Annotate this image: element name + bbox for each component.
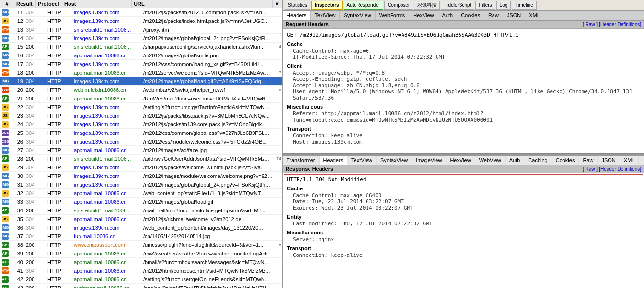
table-row[interactable]: IMG 16 304 HTTP appmail.mail.10086.cn /m… (0, 51, 282, 60)
table-row[interactable]: API 40 200 HTTP appmail.mail.10086.cn /b… (0, 258, 282, 266)
row-host: appmail.mail.10086.cn (73, 96, 142, 101)
table-row[interactable]: IMG 14 304 HTTP images.139cm.com /m2012/… (0, 34, 282, 43)
table-row[interactable]: API 28 200 HTTP smsrebuild1.mail.1008...… (0, 155, 282, 163)
row-url: /m2012/css/common/loading_xs.gif?v=B45IX… (142, 61, 274, 67)
row-host: images.139cm.com (73, 173, 142, 179)
response-tab-hexview[interactable]: HexView (446, 156, 475, 165)
table-row[interactable]: API 34 200 HTTP smsrebuild1.mail.1008...… (0, 206, 282, 215)
col-header-protocol[interactable]: Protocol (36, 0, 62, 8)
table-row[interactable]: HTM 13 304 HTTP smsrebuild1.mail.1008...… (0, 25, 282, 34)
row-result: 200 (25, 285, 46, 288)
table-row[interactable]: API 42 200 HTTP appmail.mail.10086.cn /s… (0, 275, 282, 284)
request-hd-link[interactable]: [Header Definitions] (599, 22, 641, 27)
inspector-tab-cookies[interactable]: Cookies (457, 11, 484, 20)
table-row[interactable]: IMG 27 304 HTTP appmail.mail.10086.cn /m… (0, 146, 282, 155)
response-tab-raw[interactable]: Raw (579, 156, 598, 165)
row-result: 200 (25, 251, 46, 256)
log-button[interactable]: Log (496, 1, 511, 10)
col-header-host[interactable]: Host (62, 0, 132, 8)
col-header-url[interactable]: URL (132, 0, 273, 8)
col-header-result[interactable]: Result (14, 0, 36, 8)
table-row[interactable]: API 39 200 HTTP appmail.mail.10086.cn /m… (0, 249, 282, 258)
response-subtab-json[interactable]: JSON (598, 156, 620, 165)
inspector-tab-json[interactable]: JSON (503, 11, 525, 20)
row-result: 304 (25, 147, 46, 153)
response-tab-imageview[interactable]: ImageView (412, 156, 446, 165)
type-icon: IMG (2, 224, 9, 231)
table-row[interactable]: JS 22 304 HTTP images.139cm.com /setting… (0, 103, 282, 111)
response-tab-headers[interactable]: Headers (320, 156, 348, 165)
table-row[interactable]: API 15 200 HTTP smsrebuild1.mail.1008...… (0, 43, 282, 51)
row-protocol: HTTP (46, 251, 73, 256)
table-row[interactable]: API 43 200 HTTP pushmsg.mail.10086.cn /p… (0, 284, 282, 288)
table-row[interactable]: JS 24 304 HTTP images.139cm.com /m2012/j… (0, 120, 282, 129)
table-row[interactable]: CSS 25 304 HTTP images.139cm.com /m2012/… (0, 129, 282, 137)
table-row[interactable]: JS 23 304 HTTP images.139cm.com /m2012/j… (0, 111, 282, 120)
row-protocol: HTTP (46, 199, 73, 205)
row-url: /m2012/js/packs/libs.pack.js?v=3MEbMh8CL… (142, 113, 274, 119)
table-row[interactable]: API 21 200 HTTP appmail.mail.10086.cn /R… (0, 94, 282, 103)
table-row[interactable]: IMG 31 304 HTTP images.139cm.com /m2012/… (0, 180, 282, 189)
table-row[interactable]: IMG 17 304 HTTP images.139cm.com /m2012/… (0, 60, 282, 68)
row-result: 200 (25, 96, 46, 101)
row-url: /m2012/js/packs/welcome_v3.html.pack.js?… (142, 165, 274, 170)
statistics-button[interactable]: Statistics (285, 1, 310, 10)
chinese-button[interactable]: 彩讯科技 (414, 1, 440, 10)
row-result: 200 (25, 44, 46, 50)
row-result: 200 (25, 156, 46, 162)
table-row[interactable]: HTM 18 200 HTTP appmail.mail.10086.cn /m… (0, 68, 282, 77)
response-tab-syntaxview[interactable]: SyntaxView (377, 156, 412, 165)
table-row[interactable]: HTM 41 304 HTTP appmail.mail.10086.cn /m… (0, 266, 282, 275)
row-icon-cell: API (0, 285, 11, 288)
row-protocol: HTTP (46, 53, 73, 58)
table-row[interactable]: IMG 30 304 HTTP images.139cm.com /m2012/… (0, 172, 282, 180)
table-row[interactable]: IMG 36 304 HTTP images.139cm.com /web_co… (0, 223, 282, 232)
response-tab-textview[interactable]: TextView (347, 156, 377, 165)
table-row[interactable]: CSS 26 304 HTTP images.139cm.com /m2012/… (0, 137, 282, 146)
inspector-tab-xml[interactable]: XML (525, 11, 544, 20)
inspector-tab-hexview[interactable]: HexView (409, 11, 438, 20)
col-header-num[interactable]: # (0, 0, 14, 8)
timeline-button[interactable]: Timeline (512, 1, 536, 10)
session-list[interactable]: IMG 11 304 HTTP images.139cm.com /m2012/… (0, 8, 282, 288)
response-tab-auth[interactable]: Auth (506, 156, 525, 165)
inspector-tab-raw[interactable]: Raw (484, 11, 503, 20)
response-tab-cookies[interactable]: Cookies (552, 156, 579, 165)
response-tab-caching[interactable]: Caching (524, 156, 552, 165)
response-raw-link[interactable]: [ Raw ] (583, 166, 598, 172)
response-subtab-xml[interactable]: XML (620, 156, 639, 165)
fiddlerscript-button[interactable]: FiddlerScript (441, 1, 474, 10)
table-row[interactable]: IMG 11 304 HTTP images.139cm.com /m2012/… (0, 8, 282, 17)
table-row[interactable]: IMG 33 304 HTTP appmail.mail.10086.cn /m… (0, 198, 282, 206)
autoresponder-button[interactable]: AutoResponder (344, 1, 384, 10)
table-row[interactable]: JS 29 304 HTTP images.139cm.com /m2012/j… (0, 163, 282, 172)
row-host: appmail.mail.10086.cn (73, 251, 142, 256)
table-row[interactable]: IMG 37 304 HTTP fun.mail.10086.cn /cn/14… (0, 232, 282, 241)
response-tab-transformer[interactable]: Transformer (283, 156, 320, 165)
response-hd-link[interactable]: [Header Definitions] (599, 166, 641, 172)
row-host: images.139cm.com (73, 225, 142, 231)
table-row[interactable]: JS 35 304 HTTP appmail.mail.10086.cn /m2… (0, 215, 282, 223)
inspector-tab-auth[interactable]: Auth (438, 11, 458, 20)
inspectors-button[interactable]: Inspectors (311, 1, 343, 10)
table-row[interactable]: JS 12 304 HTTP images.139cm.com /m2012/j… (0, 17, 282, 25)
row-icon-cell: HTM (0, 267, 11, 274)
row-url: /webimbar/v2/swf/ajaxhelper_n.swf (142, 87, 274, 93)
table-row[interactable]: API 38 200 HTTP www.cmpassport.com /umcs… (0, 241, 282, 249)
table-row[interactable]: IMG 19 304 HTTP images.139cm.com /m2012/… (0, 77, 282, 86)
row-protocol: HTTP (46, 27, 73, 33)
row-result: 304 (25, 122, 46, 127)
response-tab-webview[interactable]: WebView (475, 156, 506, 165)
composer-button[interactable]: Composer (384, 1, 413, 10)
inspector-tab-textview[interactable]: TextView (311, 11, 340, 20)
table-row[interactable]: SWF 20 200 HTTP webim.feixin.10086.cn /w… (0, 86, 282, 94)
row-num: 36 (11, 225, 25, 231)
request-raw-link[interactable]: [ Raw ] (583, 22, 598, 27)
table-row[interactable]: JS 32 304 HTTP appmail.mail.10086.cn /we… (0, 189, 282, 198)
inspector-tab-syntaxview[interactable]: SyntaxView (340, 11, 375, 20)
header-section-label: Miscellaneous (287, 104, 640, 110)
header-item: Date: Tue, 22 Jul 2014 03:22:07 GMT (293, 199, 640, 205)
inspector-tab-headers[interactable]: Headers (283, 11, 311, 20)
inspector-tab-webforms[interactable]: WebForms (376, 11, 410, 20)
filters-button[interactable]: Filters (475, 1, 495, 10)
